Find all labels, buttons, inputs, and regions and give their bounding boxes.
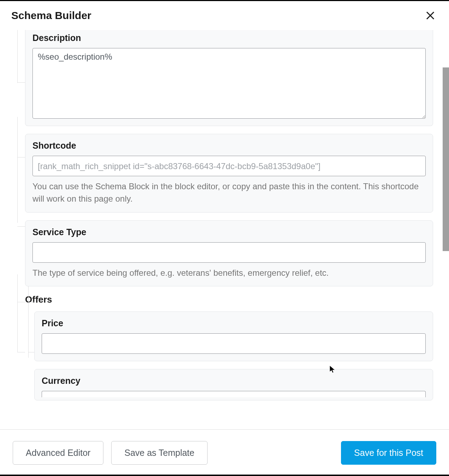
modal-footer: Advanced Editor Save as Template Save fo… <box>0 429 449 476</box>
description-textarea[interactable] <box>32 48 426 119</box>
price-input[interactable] <box>42 333 426 354</box>
save-as-template-button[interactable]: Save as Template <box>111 441 207 465</box>
tree-line <box>17 30 18 83</box>
tree-line <box>17 157 25 157</box>
currency-input[interactable] <box>42 391 426 397</box>
price-label: Price <box>42 318 426 328</box>
offers-section-label: Offers <box>25 294 433 305</box>
service-type-input[interactable] <box>32 242 426 263</box>
currency-field-group: Currency <box>34 369 433 400</box>
tree-line <box>17 226 25 227</box>
price-field-group: Price <box>34 311 433 361</box>
shortcode-help-text: You can use the Schema Block in the bloc… <box>32 180 426 205</box>
save-for-this-post-button[interactable]: Save for this Post <box>341 441 436 465</box>
advanced-editor-button[interactable]: Advanced Editor <box>13 441 103 465</box>
currency-label: Currency <box>42 376 426 386</box>
tree-line <box>17 82 25 83</box>
tree-line <box>28 352 35 352</box>
description-field-group: Description <box>25 30 433 126</box>
description-label: Description <box>32 33 426 43</box>
modal-header: Schema Builder <box>0 1 449 30</box>
shortcode-input[interactable]: [rank_math_rich_snippet id="s-abc83768-6… <box>32 156 426 176</box>
tree-line <box>28 284 29 358</box>
tree-line <box>28 302 35 302</box>
service-type-help-text: The type of service being offered, e.g. … <box>32 267 426 279</box>
tree-line <box>17 302 25 302</box>
tree-line <box>17 117 18 223</box>
shortcode-field-group: Shortcode [rank_math_rich_snippet id="s-… <box>25 134 433 213</box>
service-type-label: Service Type <box>32 227 426 237</box>
service-type-field-group: Service Type The type of service being o… <box>25 220 433 287</box>
tree-line <box>17 352 25 352</box>
form-content: Description Shortcode [rank_math_rich_sn… <box>0 30 449 426</box>
modal-title: Schema Builder <box>11 10 91 22</box>
close-button[interactable] <box>423 8 438 23</box>
vertical-scrollbar[interactable] <box>443 67 449 251</box>
shortcode-label: Shortcode <box>32 141 426 151</box>
bottom-border <box>0 475 449 476</box>
close-icon <box>425 10 436 21</box>
tree-line <box>17 274 18 352</box>
